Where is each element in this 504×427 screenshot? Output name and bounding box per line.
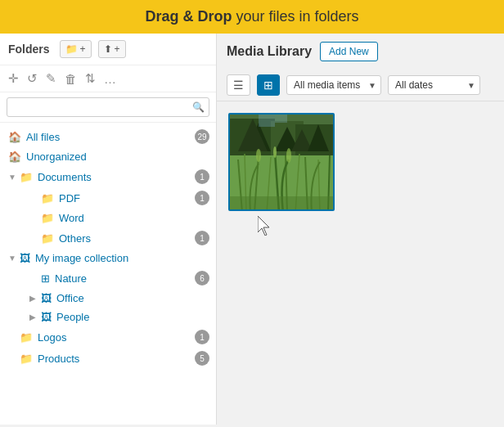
all-files-badge: 29 [195,129,209,144]
list-view-button[interactable]: ☰ [227,74,250,96]
main-layout: Folders 📁 + ⬆ + ✛ ↺ ✎ 🗑 ⇅ … 🔍 [0,34,504,425]
people-label: People [56,311,89,323]
right-panel: Media Library Add New ☰ ⊞ All media item… [217,34,504,425]
home-icon-2: 🏠 [8,151,21,163]
logos-folder-icon: 📁 [20,331,33,344]
pdf-badge: 1 [195,191,209,205]
documents-folder-icon: 📁 [20,171,33,183]
nature-badge: 6 [195,271,209,285]
tree-item-office[interactable]: ▶ 🖼 Office [0,289,216,308]
documents-label: Documents [38,171,92,183]
media-toolbar: ☰ ⊞ All media items Images Audio Video D… [217,70,504,101]
others-label: Others [59,232,91,245]
toolbar-row: ✛ ↺ ✎ 🗑 ⇅ … [0,65,216,92]
svg-point-23 [256,149,261,162]
people-folder-icon: 🖼 [41,311,52,323]
left-panel: Folders 📁 + ⬆ + ✛ ↺ ✎ 🗑 ⇅ … 🔍 [0,34,217,425]
media-title: Media Library [227,44,312,59]
date-filter-wrap: All dates January 2024 February 2024 ▼ [388,75,480,95]
all-files-label: All files [26,131,60,143]
svg-rect-11 [275,115,287,123]
office-label: Office [56,292,84,304]
media-type-filter-wrap: All media items Images Audio Video Docum… [286,75,381,95]
tree-item-people[interactable]: ▶ 🖼 People [0,308,216,326]
office-folder-icon: 🖼 [41,292,52,304]
media-thumbnail-grass[interactable] [228,113,335,211]
sort-icon[interactable]: ⇅ [83,70,97,88]
tree-item-all-files[interactable]: 🏠 All files 29 [0,126,216,147]
tree-item-products[interactable]: 📁 Products 5 [0,348,216,369]
nature-label: Nature [55,272,87,285]
tree-item-my-image-collection[interactable]: ▼ 🖼 My image collection [0,249,216,267]
tree-item-word[interactable]: 📁 Word [0,209,216,227]
add-new-button[interactable]: Add New [320,42,378,61]
search-input[interactable] [7,97,209,117]
search-icon: 🔍 [192,101,205,113]
media-type-select[interactable]: All media items Images Audio Video Docum… [286,75,381,95]
banner-rest: your files in folders [232,8,358,25]
logos-label: Logos [38,331,66,344]
documents-expand-icon: ▼ [8,173,20,182]
media-grid [217,101,504,222]
word-label: Word [59,212,84,224]
folders-header: Folders 📁 + ⬆ + [0,34,216,65]
products-label: Products [38,353,79,365]
documents-badge: 1 [195,169,209,184]
banner-bold: Drag & Drop [145,8,232,25]
date-select[interactable]: All dates January 2024 February 2024 [388,75,480,95]
logos-badge: 1 [195,330,209,344]
pdf-label: PDF [59,192,80,205]
svg-rect-26 [230,196,335,211]
others-badge: 1 [195,231,209,245]
refresh-icon[interactable]: ↺ [25,70,39,88]
svg-rect-10 [259,115,275,127]
tree-item-pdf[interactable]: 📁 PDF 1 [0,187,216,209]
tree-item-logos[interactable]: 📁 Logos 1 [0,326,216,348]
new-folder-button[interactable]: 📁 + [60,40,92,58]
edit-icon[interactable]: ✎ [44,70,58,88]
delete-icon[interactable]: 🗑 [63,70,79,88]
tree-item-others[interactable]: 📁 Others 1 [0,227,216,249]
image-collection-label: My image collection [35,252,128,264]
unorganized-label: Unorganized [26,151,87,163]
search-row: 🔍 [0,92,216,123]
products-folder-icon: 📁 [20,353,33,365]
pdf-folder-icon: 📁 [41,192,54,205]
office-expand-icon: ▶ [29,294,41,303]
upload-icon: ⬆ [104,43,112,55]
media-content-area [217,101,504,425]
more-icon[interactable]: … [102,70,118,88]
media-header: Media Library Add New [217,34,504,70]
search-wrap: 🔍 [7,97,209,117]
upload-button[interactable]: ⬆ + [98,40,126,58]
svg-point-25 [286,148,291,163]
tree-item-documents[interactable]: ▼ 📁 Documents 1 [0,166,216,187]
products-badge: 5 [195,351,209,366]
folder-tree: 🏠 All files 29 🏠 Unorganized ▼ 📁 Documen… [0,123,216,425]
image-collection-folder-icon: 🖼 [20,252,30,264]
move-icon[interactable]: ✛ [7,70,20,88]
word-folder-icon: 📁 [41,212,54,224]
tree-item-unorganized[interactable]: 🏠 Unorganized [0,147,216,166]
top-banner: Drag & Drop your files in folders [0,0,504,34]
home-icon: 🏠 [8,131,21,143]
folders-title: Folders [8,43,50,56]
folder-plus-icon: 📁 [65,43,78,55]
tree-item-nature[interactable]: ⊞ Nature 6 [0,267,216,289]
image-collection-expand-icon: ▼ [8,254,20,263]
grid-view-button[interactable]: ⊞ [257,74,280,96]
people-expand-icon: ▶ [29,312,41,321]
svg-point-24 [273,146,277,158]
grass-svg [230,115,335,211]
others-folder-icon: 📁 [41,232,54,245]
nature-folder-icon: ⊞ [41,272,50,285]
